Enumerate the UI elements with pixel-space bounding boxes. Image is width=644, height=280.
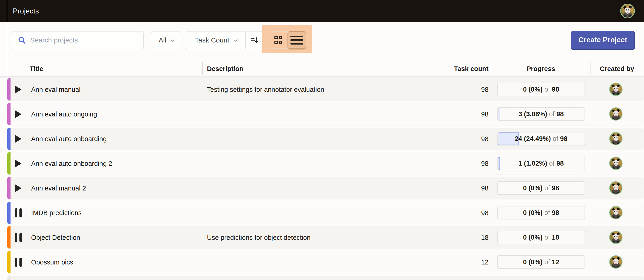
project-task-count: 98 [442, 86, 488, 93]
project-status-button[interactable] [13, 103, 24, 125]
list-view-icon [290, 36, 303, 44]
project-progress: 24 (24.49%) of 98 [497, 132, 585, 145]
project-color-stripe [7, 202, 10, 224]
project-row[interactable]: Ann eval auto onboarding 2 98 1 (1.02%) … [7, 152, 644, 174]
view-toggle [269, 31, 306, 49]
created-by-avatar [609, 157, 622, 170]
column-divider [438, 62, 438, 75]
project-title: Opossum pics [31, 258, 73, 266]
sort-by-value: Task Count [195, 36, 229, 44]
created-by-avatar [609, 206, 622, 219]
project-row[interactable]: Ann eval manual 2 98 0 (0%) of 98 [7, 177, 644, 199]
progress-label: 0 (0%) of 12 [523, 258, 559, 266]
project-row[interactable]: Ann eval auto onboarding 98 24 (24.49%) … [7, 128, 644, 150]
created-by-avatar [609, 132, 622, 145]
progress-label: 0 (0%) of 98 [523, 86, 559, 93]
progress-label: 0 (0%) of 98 [523, 209, 559, 217]
pause-icon [15, 208, 22, 217]
pause-icon [15, 258, 22, 267]
column-header-created-by: Created by [590, 65, 644, 73]
project-row[interactable]: IMDB predictions 98 0 (0%) of 98 [7, 202, 644, 224]
search-input[interactable] [30, 31, 143, 49]
project-color-stripe [7, 128, 10, 150]
project-row[interactable]: Ann eval auto ongoing 98 3 (3.06%) of 98 [7, 103, 644, 125]
project-task-count: 98 [442, 135, 488, 142]
opossum-avatar-image [610, 207, 622, 219]
project-row[interactable]: Ann eval manual Testing settings for ann… [7, 78, 644, 101]
column-header-task-count: Task count [442, 65, 488, 73]
column-header-description: Description [207, 65, 244, 73]
project-description: Use predictions for object detection [207, 234, 310, 241]
sort-controls: Task Count [186, 31, 263, 49]
project-status-button[interactable] [13, 78, 24, 101]
list-view-button[interactable] [288, 31, 306, 49]
project-row[interactable]: Opossum pics 12 0 (0%) of 12 [7, 251, 644, 273]
table-header: Title Description Task count Progress Cr… [0, 62, 644, 76]
play-icon [15, 86, 22, 93]
project-row[interactable]: Object Detection Use predictions for obj… [7, 226, 644, 249]
play-icon [15, 184, 22, 192]
project-status-button[interactable] [13, 251, 24, 273]
project-task-count: 98 [442, 184, 488, 192]
opossum-avatar-image [610, 182, 622, 194]
chevron-down-icon [234, 37, 238, 42]
project-task-count: 98 [442, 160, 488, 167]
opossum-avatar-image [610, 231, 622, 243]
project-row-partial[interactable] [7, 276, 644, 280]
created-by-avatar [609, 107, 622, 121]
created-by-avatar [609, 83, 622, 96]
project-progress: 0 (0%) of 98 [497, 206, 585, 219]
progress-fill [498, 108, 500, 120]
top-bar: Projects [0, 0, 644, 22]
opossum-avatar-image [610, 83, 622, 95]
window-edge-line [7, 0, 7, 280]
project-progress: 1 (1.02%) of 98 [497, 157, 585, 170]
project-color-stripe [7, 276, 10, 280]
filter-dropdown-value: All [159, 36, 166, 44]
project-status-button[interactable] [13, 226, 24, 249]
grid-view-icon [274, 36, 282, 44]
project-progress: 0 (0%) of 18 [497, 231, 585, 244]
filter-dropdown[interactable]: All [151, 31, 181, 49]
opossum-avatar-image [621, 4, 634, 17]
column-header-title: Title [30, 65, 43, 73]
project-color-stripe [7, 226, 10, 249]
project-progress: 3 (3.06%) of 98 [497, 107, 585, 121]
project-progress: 0 (0%) of 98 [497, 181, 585, 195]
project-color-stripe [7, 177, 10, 199]
project-title: Ann eval manual [31, 86, 80, 93]
project-progress: 0 (0%) of 98 [497, 83, 585, 96]
sort-direction-button[interactable] [245, 31, 262, 49]
create-project-button[interactable]: Create Project [571, 31, 635, 49]
grid-view-button[interactable] [269, 31, 288, 49]
page-title: Projects [13, 7, 39, 15]
project-task-count: 98 [442, 209, 488, 217]
project-title: IMDB predictions [31, 209, 82, 217]
project-status-button[interactable] [13, 177, 24, 199]
search-icon [18, 36, 26, 44]
play-icon [15, 160, 22, 167]
sort-by-dropdown[interactable]: Task Count [186, 31, 245, 49]
project-color-stripe [7, 78, 10, 101]
play-icon [15, 110, 22, 118]
project-color-stripe [7, 103, 10, 125]
progress-label: 3 (3.06%) of 98 [518, 110, 564, 118]
project-title: Ann eval auto onboarding 2 [31, 160, 112, 167]
project-status-button[interactable] [13, 152, 24, 174]
project-status-button[interactable] [13, 128, 24, 150]
project-rows: Ann eval manual Testing settings for ann… [7, 78, 644, 280]
column-divider [492, 62, 492, 75]
project-task-count: 12 [442, 258, 488, 266]
project-color-stripe [7, 152, 10, 174]
opossum-avatar-image [610, 157, 622, 169]
project-status-button[interactable] [13, 202, 24, 224]
project-task-count: 18 [442, 234, 488, 241]
opossum-avatar-image [610, 256, 622, 268]
progress-label: 24 (24.49%) of 98 [515, 135, 568, 142]
project-progress: 0 (0%) of 12 [497, 255, 585, 269]
opossum-avatar-image [610, 108, 622, 120]
progress-label: 0 (0%) of 98 [523, 184, 559, 192]
user-avatar[interactable] [620, 4, 635, 18]
project-title: Ann eval manual 2 [31, 184, 86, 192]
project-task-count: 98 [442, 110, 488, 118]
